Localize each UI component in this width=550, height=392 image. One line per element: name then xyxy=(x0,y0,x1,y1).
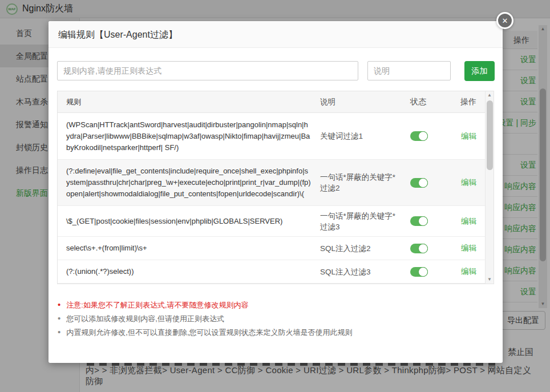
toggle-knob xyxy=(418,267,428,277)
desc-cell: SQL注入过滤3 xyxy=(320,266,405,277)
table-scrollbar-thumb[interactable] xyxy=(487,100,493,170)
note-text: 内置规则允许修改,但不可以直接删除,您可以设置规则状态来定义防火墙是否使用此规则 xyxy=(66,328,352,338)
header-status: 状态 xyxy=(405,97,455,107)
status-toggle[interactable] xyxy=(410,131,428,141)
modal-title: 编辑规则【User-Agent过滤】 xyxy=(58,30,177,39)
status-toggle[interactable] xyxy=(410,178,428,188)
info-note: •您可以添加或修改规则内容,但请使用正则表达式 xyxy=(58,313,353,327)
toggle-knob xyxy=(418,178,428,188)
table-row: (WPScan|HTTrack|antSword|harvest|audit|d… xyxy=(58,113,494,160)
table-row: (?:(union(.*?)select)) SQL注入过滤3 编辑 xyxy=(58,260,494,284)
bullet-icon: • xyxy=(58,313,60,323)
desc-cell: SQL注入过滤2 xyxy=(320,243,405,254)
table-header: 规则 说明 状态 操作 xyxy=(58,91,494,113)
desc-cell: 关键词过滤1 xyxy=(320,131,405,142)
desc-cell: 一句话*屏蔽的关键字*过滤2 xyxy=(320,172,405,193)
warning-note: •注意:如果您不了解正则表达式,请不要随意修改规则内容 xyxy=(58,300,353,313)
rule-content-input[interactable] xyxy=(57,61,358,80)
modal-title-bar: 编辑规则【User-Agent过滤】 xyxy=(48,21,503,48)
rules-table: 规则 说明 状态 操作 (WPScan|HTTrack|antSword|har… xyxy=(57,91,494,284)
note-text: 您可以添加或修改规则内容,但请使用正则表达式 xyxy=(66,314,224,324)
status-toggle[interactable] xyxy=(410,267,428,277)
bullet-icon: • xyxy=(58,300,60,309)
table-row: \$_(GET|post|cookie|files|session|env|ph… xyxy=(58,206,494,237)
toggle-knob xyxy=(418,216,428,226)
edit-link[interactable]: 编辑 xyxy=(461,131,476,142)
status-toggle[interactable] xyxy=(410,244,428,253)
edit-link[interactable]: 编辑 xyxy=(461,177,476,188)
edit-link[interactable]: 编辑 xyxy=(461,216,476,227)
scroll-up-icon[interactable]: ▲ xyxy=(486,91,494,99)
modal-notes: •注意:如果您不了解正则表达式,请不要随意修改规则内容 •您可以添加或修改规则内… xyxy=(58,300,353,341)
edit-link[interactable]: 编辑 xyxy=(461,266,476,277)
rule-cell: select\s+.+(from|limit)\s+ xyxy=(58,237,320,260)
status-toggle[interactable] xyxy=(410,216,428,226)
add-rule-button[interactable]: 添加 xyxy=(464,61,495,81)
table-row: select\s+.+(from|limit)\s+ SQL注入过滤2 编辑 xyxy=(58,237,494,260)
rule-cell: (?:(union(.*?)select)) xyxy=(58,260,320,283)
table-row-partial xyxy=(58,284,494,284)
rule-desc-input[interactable] xyxy=(367,61,451,80)
info-note: •内置规则允许修改,但不可以直接删除,您可以设置规则状态来定义防火墙是否使用此规… xyxy=(58,327,353,341)
rule-cell: (WPScan|HTTrack|antSword|harvest|audit|d… xyxy=(58,114,320,159)
scroll-down-icon[interactable]: ▼ xyxy=(486,276,494,284)
app-root: WAF Nginx防火墙 首页 全局配置 站点配置 木马查杀 报警通知 封锁历史… xyxy=(0,0,550,392)
toggle-knob xyxy=(418,131,428,141)
toggle-knob xyxy=(418,244,428,253)
bullet-icon: • xyxy=(58,327,60,337)
table-scrollbar[interactable]: ▲ ▼ xyxy=(485,91,494,284)
rule-cell: (?:define|eval|file_get_contents|include… xyxy=(58,160,320,205)
close-button[interactable]: ✕ xyxy=(496,12,513,29)
table-row: (?:define|eval|file_get_contents|include… xyxy=(58,160,494,206)
edit-rules-modal: ✕ 编辑规则【User-Agent过滤】 添加 规则 说明 状态 操作 (WPS… xyxy=(48,21,503,363)
header-desc: 说明 xyxy=(320,96,405,107)
close-icon: ✕ xyxy=(502,17,508,25)
header-rule: 规则 xyxy=(58,91,320,114)
rule-cell: \$_(GET|post|cookie|files|session|env|ph… xyxy=(58,210,320,233)
note-text: 注意:如果您不了解正则表达式,请不要随意修改规则内容 xyxy=(66,300,248,310)
edit-link[interactable]: 编辑 xyxy=(461,243,476,253)
desc-cell: 一句话*屏蔽的关键字*过滤3 xyxy=(320,211,405,232)
